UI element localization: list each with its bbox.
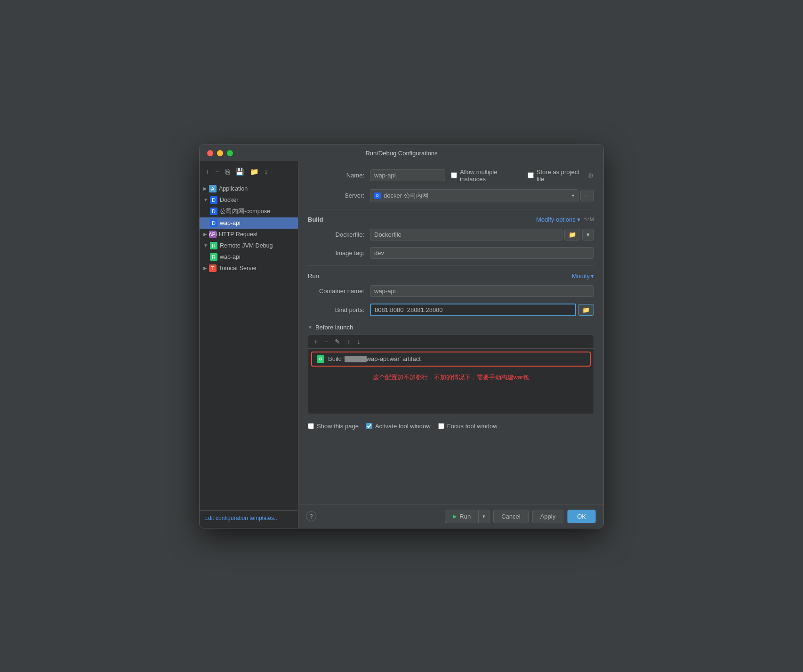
bind-ports-row-content: 📁 bbox=[370, 304, 594, 316]
apply-button[interactable]: Apply bbox=[532, 510, 564, 523]
allow-multiple-checkbox[interactable] bbox=[451, 172, 457, 178]
before-launch-remove-button[interactable]: − bbox=[322, 337, 330, 346]
server-ellipsis-button[interactable]: ··· bbox=[580, 190, 594, 201]
before-launch-up-button[interactable]: ↑ bbox=[345, 337, 352, 346]
build-title: Build bbox=[308, 216, 323, 223]
run-dropdown-button[interactable]: ▾ bbox=[479, 510, 490, 523]
focus-tool-window-label[interactable]: Focus tool window bbox=[438, 423, 498, 430]
footer-left: ? bbox=[306, 511, 441, 521]
help-button[interactable]: ? bbox=[306, 511, 316, 521]
application-icon: A bbox=[209, 185, 217, 192]
bind-ports-browse-button[interactable]: 📁 bbox=[578, 304, 594, 316]
http-icon: API bbox=[209, 231, 217, 238]
server-label: Server: bbox=[308, 192, 364, 199]
sidebar-item-tomcat[interactable]: ▶ T Tomcat Server bbox=[200, 263, 298, 274]
bind-ports-label: Bind ports: bbox=[308, 306, 364, 313]
store-as-project-label[interactable]: Store as project file ⚙ bbox=[528, 168, 594, 183]
run-button-group: ▶ Run ▾ bbox=[445, 510, 490, 523]
sidebar-item-compose[interactable]: D 公司内网-compose bbox=[200, 206, 298, 217]
cancel-button[interactable]: Cancel bbox=[493, 510, 528, 523]
sidebar-toolbar: + − ⎘ 💾 📁 ↕ bbox=[200, 164, 298, 181]
blurred-project-name bbox=[345, 356, 367, 362]
sidebar-item-http-request[interactable]: ▶ API HTTP Request bbox=[200, 229, 298, 240]
main-panel: Name: Allow multiple instances Store as … bbox=[298, 161, 603, 528]
bind-ports-row: Bind ports: 📁 bbox=[308, 304, 594, 316]
sidebar-item-application[interactable]: ▶ A Application bbox=[200, 183, 298, 194]
store-as-project-checkbox[interactable] bbox=[528, 172, 534, 178]
dockerfile-input[interactable] bbox=[370, 229, 562, 240]
run-label: Run bbox=[459, 513, 471, 520]
edit-config-templates-link[interactable]: Edit configuration templates... bbox=[204, 515, 279, 521]
show-this-page-checkbox[interactable] bbox=[308, 423, 314, 429]
sidebar-footer: Edit configuration templates... bbox=[200, 510, 298, 525]
sidebar-item-remote-jvm[interactable]: ▼ R Remote JVM Debug bbox=[200, 240, 298, 251]
save-config-button[interactable]: 💾 bbox=[234, 167, 246, 177]
dialog-body: + − ⎘ 💾 📁 ↕ ▶ A Application ▼ D Docker bbox=[200, 161, 603, 528]
dockerfile-row-content: 📁 ▾ bbox=[370, 229, 594, 240]
run-button[interactable]: ▶ Run bbox=[445, 510, 479, 523]
server-select[interactable]: D docker-公司内网 ▾ bbox=[370, 189, 578, 202]
image-tag-input[interactable] bbox=[370, 247, 594, 259]
title-bar: Run/Debug Configurations bbox=[200, 144, 603, 161]
before-launch-add-button[interactable]: + bbox=[312, 337, 320, 346]
server-row: Server: D docker-公司内网 ▾ ··· bbox=[308, 189, 594, 202]
expand-arrow: ▼ bbox=[203, 197, 208, 202]
modify-options-shortcut: ⌥M bbox=[584, 216, 594, 223]
sidebar-item-label: Application bbox=[219, 185, 248, 192]
modify-options-button[interactable]: Modify options ▾ ⌥M bbox=[536, 216, 594, 223]
copy-config-button[interactable]: ⎘ bbox=[224, 167, 231, 176]
server-row-content: D docker-公司内网 ▾ ··· bbox=[370, 189, 594, 202]
before-launch-title: Before launch bbox=[315, 324, 353, 331]
activate-tool-window-label[interactable]: Activate tool window bbox=[366, 423, 431, 430]
dockerfile-browse-button[interactable]: 📁 bbox=[564, 229, 580, 240]
container-name-input[interactable] bbox=[370, 285, 594, 297]
activate-tool-window-checkbox[interactable] bbox=[366, 423, 372, 429]
sidebar-item-label: Tomcat Server bbox=[219, 265, 257, 272]
build-artifact-icon: ⚙ bbox=[317, 355, 324, 363]
before-launch-item[interactable]: ⚙ Build ' wap-api:war' artifact bbox=[311, 352, 591, 367]
modify-run-button[interactable]: Modify ▾ bbox=[572, 272, 594, 280]
ok-button[interactable]: OK bbox=[567, 510, 596, 523]
before-launch-header: ▼ Before launch bbox=[308, 324, 594, 331]
dockerfile-dropdown-button[interactable]: ▾ bbox=[582, 229, 594, 240]
modify-options-label: Modify options bbox=[536, 216, 576, 223]
before-launch-arrow[interactable]: ▼ bbox=[308, 325, 313, 330]
show-this-page-label[interactable]: Show this page bbox=[308, 423, 359, 430]
name-input[interactable] bbox=[370, 169, 445, 181]
sidebar: + − ⎘ 💾 📁 ↕ ▶ A Application ▼ D Docker bbox=[200, 161, 298, 528]
close-button[interactable] bbox=[207, 150, 213, 156]
annotation-text: 这个配置加不加都行，不加的情况下，需要手动构建war包 bbox=[308, 369, 594, 385]
folder-config-button[interactable]: 📁 bbox=[249, 167, 260, 177]
wap-api-remote-icon: R bbox=[210, 253, 217, 261]
run-debug-configurations-dialog: Run/Debug Configurations + − ⎘ 💾 📁 ↕ ▶ A… bbox=[199, 144, 604, 528]
allow-multiple-label[interactable]: Allow multiple instances bbox=[451, 168, 519, 183]
dockerfile-label: Dockerfile: bbox=[308, 231, 364, 238]
name-options: Allow multiple instances Store as projec… bbox=[451, 168, 594, 183]
sidebar-item-label: 公司内网-compose bbox=[220, 208, 270, 216]
sidebar-item-docker[interactable]: ▼ D Docker bbox=[200, 194, 298, 206]
focus-tool-window-checkbox[interactable] bbox=[438, 423, 444, 429]
image-tag-label: Image tag: bbox=[308, 249, 364, 256]
sort-config-button[interactable]: ↕ bbox=[263, 167, 270, 176]
config-tree: ▶ A Application ▼ D Docker D 公司内网-compos… bbox=[200, 181, 298, 510]
name-label: Name: bbox=[308, 172, 364, 179]
sidebar-item-label: wap-api bbox=[220, 220, 241, 226]
maximize-button[interactable] bbox=[227, 150, 233, 156]
expand-arrow: ▶ bbox=[203, 265, 207, 271]
name-row: Name: Allow multiple instances Store as … bbox=[308, 168, 594, 183]
bind-ports-input[interactable] bbox=[370, 304, 576, 316]
run-section-header: Run Modify ▾ bbox=[308, 272, 594, 280]
sidebar-item-wap-api-remote[interactable]: R wap-api bbox=[200, 251, 298, 263]
expand-arrow: ▶ bbox=[203, 186, 207, 191]
before-launch-edit-button[interactable]: ✎ bbox=[333, 337, 342, 346]
remove-config-button[interactable]: − bbox=[214, 167, 221, 176]
dialog-footer: ? ▶ Run ▾ Cancel Apply OK bbox=[298, 504, 603, 528]
add-config-button[interactable]: + bbox=[204, 167, 211, 176]
sidebar-item-wap-api-docker[interactable]: D wap-api bbox=[200, 217, 298, 229]
before-launch-down-button[interactable]: ↓ bbox=[355, 337, 362, 346]
minimize-button[interactable] bbox=[217, 150, 223, 156]
container-name-label: Container name: bbox=[308, 288, 364, 295]
settings-icon[interactable]: ⚙ bbox=[588, 172, 594, 179]
main-content: Name: Allow multiple instances Store as … bbox=[298, 161, 603, 504]
run-play-icon: ▶ bbox=[453, 513, 457, 520]
